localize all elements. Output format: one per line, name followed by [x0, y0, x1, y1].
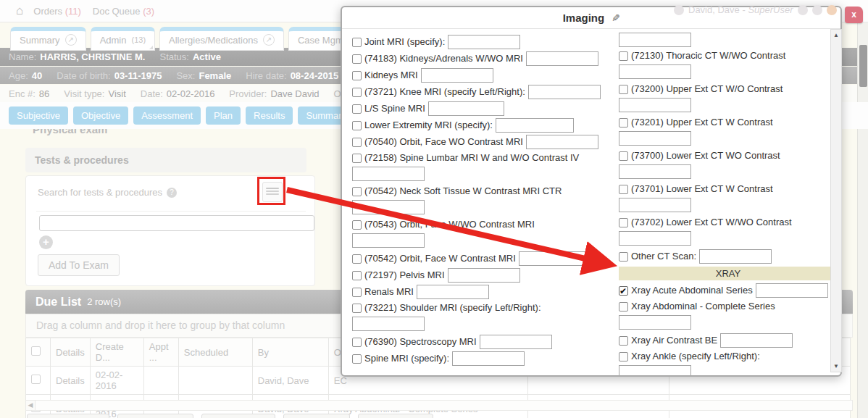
order-text-input[interactable]: [519, 251, 594, 266]
checkbox-xray-acute-abdominal-series[interactable]: [619, 286, 628, 296]
subtab-objective[interactable]: Objective: [73, 106, 128, 125]
help-icon[interactable]: ?: [167, 188, 177, 198]
top-nav-item-orders[interactable]: Orders (11): [33, 6, 81, 17]
checkbox-renals-mri[interactable]: [352, 288, 362, 297]
checkbox-73221-shoulder-mri-specify-left-right[interactable]: [352, 304, 362, 313]
checkbox-spine-mri-specify[interactable]: [352, 354, 362, 364]
popout-icon[interactable]: ↗: [65, 34, 77, 46]
order-text-input[interactable]: [417, 285, 489, 299]
order-text-input[interactable]: [526, 51, 598, 66]
add-to-exam-button[interactable]: Add To Exam: [38, 254, 120, 276]
order-text-input[interactable]: [352, 317, 425, 331]
order-label: (72158) Spine Lumbar MRI W and W/O Contr…: [364, 151, 579, 164]
column-header-create-d[interactable]: Create D...: [90, 338, 143, 367]
order-input-below: [619, 131, 838, 146]
popout-icon[interactable]: ↗: [263, 34, 275, 46]
column-header-scheduled[interactable]: Scheduled: [178, 338, 252, 367]
order-text-input[interactable]: [619, 315, 691, 330]
checkbox-kidneys-mri[interactable]: [352, 71, 362, 80]
order-label: Spine MRI (specify):: [364, 352, 449, 365]
checkbox-70542-neck-soft-tissue-w-contrast-mri-ctr[interactable]: [352, 187, 362, 196]
checkbox-72158-spine-lumbar-mri-w-and-w-o-contrast-iv[interactable]: [352, 154, 362, 163]
checkbox-73700-lower-ext-ct-wo-contrast[interactable]: [619, 151, 628, 161]
checkbox-73200-upper-ext-ct-w-o-contrast[interactable]: [619, 85, 628, 94]
row-checkbox[interactable]: [31, 375, 41, 384]
checkbox-72130-thoracic-ct-w-wo-contrast[interactable]: [619, 51, 628, 61]
scroll-left-arrow-icon[interactable]: ◀: [26, 401, 36, 410]
modal-scrollbar[interactable]: ▲ ▼: [830, 29, 842, 372]
top-nav-item-doc-queue[interactable]: Doc Queue (3): [93, 6, 154, 17]
set-completed-button[interactable]: Set Completed: [27, 414, 109, 418]
checkbox-lower-extremity-mri-specify[interactable]: [352, 121, 362, 130]
checkbox-70543-orbit-face-w-wo-contrast-mri[interactable]: [352, 220, 362, 230]
checkbox-73702-lower-ext-ct-w-wo-contrast[interactable]: [619, 218, 628, 227]
order-text-input[interactable]: [699, 249, 772, 264]
order-text-input[interactable]: [619, 365, 691, 375]
column-header-details[interactable]: Details: [51, 338, 91, 367]
tab-summary[interactable]: Summary↗: [10, 27, 86, 51]
checkbox-73701-lower-ext-ct-w-contrast[interactable]: [619, 185, 628, 194]
checkbox-73721-knee-mri-specify-left-right[interactable]: [352, 88, 362, 97]
order-text-input[interactable]: [619, 231, 691, 246]
order-text-input[interactable]: [526, 135, 598, 149]
order-text-input[interactable]: [480, 335, 552, 349]
order-text-input[interactable]: [720, 333, 793, 348]
order-text-input[interactable]: [619, 98, 691, 112]
checkbox-70542-orbit-face-w-contrast-mri[interactable]: [352, 254, 362, 264]
checkbox-xray-abdominal-complete-series[interactable]: [619, 302, 628, 312]
order-text-input[interactable]: [352, 167, 425, 181]
select-all-checkbox[interactable]: [31, 346, 41, 356]
order-text-input[interactable]: [448, 35, 520, 49]
checkbox-xray-ankle-specify-left-right[interactable]: [619, 352, 628, 361]
details-link[interactable]: Details: [51, 367, 91, 395]
checkbox-other-ct-scan[interactable]: [619, 252, 628, 262]
checkbox-l-s-spine-mri[interactable]: [352, 104, 362, 114]
checkbox-joint-mri-specify[interactable]: [352, 38, 362, 47]
modal-close-button[interactable]: x: [845, 7, 863, 23]
order-text-input[interactable]: [619, 164, 691, 179]
checkbox-72197-pelvis-mri[interactable]: [352, 271, 362, 280]
checkbox-70540-orbit-face-wo-contrast-mri[interactable]: [352, 138, 362, 147]
home-icon[interactable]: ⌂: [16, 4, 23, 18]
set-printed-button[interactable]: Set Printed: [283, 414, 350, 418]
order-text-input[interactable]: [619, 64, 691, 79]
checkbox-74183-kidneys-adrenals-w-wo-mri[interactable]: [352, 54, 362, 64]
order-text-input[interactable]: [448, 268, 520, 283]
checkbox-76390-spectroscopy-mri[interactable]: [352, 338, 362, 347]
edit-pencil-icon[interactable]: ✎: [612, 12, 620, 24]
order-text-input[interactable]: [528, 85, 601, 99]
create-order-button[interactable]: Create Order: [358, 414, 433, 418]
subtab-assessment[interactable]: Assessment: [133, 106, 201, 125]
horizontal-scrollbar[interactable]: ◀: [25, 400, 853, 411]
page-scrollbar-thumb[interactable]: [859, 45, 867, 87]
subtab-results[interactable]: Results: [246, 106, 293, 125]
order-item-76390-spectroscopy-mri: (76390) Spectroscopy MRI: [352, 335, 612, 349]
order-text-input[interactable]: [756, 283, 828, 298]
order-text-input[interactable]: [352, 233, 425, 248]
column-header-by[interactable]: By: [252, 338, 328, 367]
subtab-plan[interactable]: Plan: [206, 106, 241, 125]
order-text-input[interactable]: [619, 131, 691, 146]
add-row-icon[interactable]: +: [39, 235, 53, 249]
checkbox-73201-upper-ext-ct-w-contrast[interactable]: [619, 118, 628, 128]
tab-allergies-medications[interactable]: Allergies/Medications↗: [159, 27, 284, 51]
add-to-exam-button[interactable]: Add To Exam: [117, 414, 193, 418]
order-label: (73200) Upper Ext CT W/O Contrast: [631, 83, 783, 96]
scroll-down-arrow-icon[interactable]: ▼: [831, 363, 841, 369]
order-text-input[interactable]: [421, 68, 493, 83]
order-text-input[interactable]: [452, 351, 525, 366]
order-text-input[interactable]: [496, 118, 574, 133]
order-text-input[interactable]: [352, 200, 425, 214]
checkbox-xray-air-contrast-be[interactable]: [619, 336, 628, 346]
order-label: (73700) Lower Ext CT WO Contrast: [631, 149, 780, 162]
order-text-input[interactable]: [428, 101, 504, 116]
search-input[interactable]: [39, 215, 314, 231]
page-scrollbar[interactable]: [857, 22, 868, 418]
order-text-input[interactable]: [619, 33, 691, 47]
subtab-subjective[interactable]: Subjective: [9, 106, 68, 125]
order-text-input[interactable]: [619, 198, 691, 212]
tab-admin[interactable]: Admin(13): [91, 27, 155, 51]
column-header-appt[interactable]: Appt ...: [143, 338, 178, 367]
scroll-up-arrow-icon[interactable]: ▲: [831, 32, 841, 38]
set-recalled-button[interactable]: Set Recalled: [201, 414, 275, 418]
